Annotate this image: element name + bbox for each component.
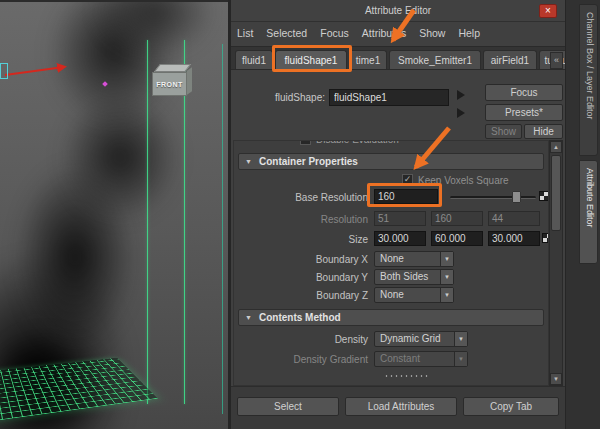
attribute-scroll-area[interactable]: Disable Evaluation ▼ Container Propertie… (233, 140, 549, 386)
view-cube-top[interactable] (154, 64, 191, 72)
selection-marker (0, 63, 8, 79)
map-texture-icon[interactable] (539, 191, 549, 201)
load-attributes-button[interactable]: Load Attributes (345, 397, 457, 416)
tab-smoke-emitter1[interactable]: Smoke_Emitter1 (389, 50, 481, 70)
resolution-x-field: 51 (374, 211, 426, 226)
viewport[interactable]: FRONT (0, 0, 228, 429)
panel-footer: Select Load Attributes Copy Tab (231, 386, 565, 429)
density-gradient-dropdown: Constant ▼ (374, 351, 468, 367)
tab-fluid1[interactable]: fluid1 (235, 50, 273, 70)
boundary-z-label: Boundary Z (234, 290, 368, 301)
density-gradient-label: Density Gradient (234, 354, 368, 365)
close-icon[interactable]: × (539, 4, 557, 18)
resolution-label: Resolution (234, 214, 368, 225)
base-resolution-label: Base Resolution (234, 192, 368, 203)
maya-window: FRONT Attribute Editor × List Selected F… (0, 0, 600, 429)
section-container-properties[interactable]: ▼ Container Properties (238, 153, 544, 170)
chevron-down-icon: ▼ (454, 332, 467, 346)
fluid-container-edge (222, 44, 223, 414)
size-z-input[interactable] (488, 231, 540, 246)
panel-title: Attribute Editor (231, 5, 565, 16)
size-label: Size (234, 234, 368, 245)
chevron-down-icon: ▼ (440, 270, 453, 284)
menu-list[interactable]: List (237, 27, 253, 39)
menu-help[interactable]: Help (458, 27, 480, 39)
node-type-label: fluidShape: (239, 92, 325, 103)
copy-tab-button[interactable]: Copy Tab (463, 397, 559, 416)
tab-overflow-icon[interactable]: « (550, 52, 563, 69)
size-x-input[interactable] (374, 231, 426, 246)
view-cube-front[interactable]: FRONT (152, 72, 187, 96)
node-tabstrip: fluid1 fluidShape1 time1 Smoke_Emitter1 … (231, 46, 565, 70)
tab-airfield1[interactable]: airField1 (483, 50, 537, 70)
boundary-y-label: Boundary Y (234, 272, 368, 283)
node-future-icon[interactable] (457, 108, 465, 118)
chevron-down-icon: ▼ (245, 154, 252, 169)
select-button[interactable]: Select (237, 397, 339, 416)
scrollbar-thumb[interactable] (551, 155, 561, 231)
map-texture-icon[interactable] (542, 233, 549, 243)
resolution-y-field: 160 (431, 211, 483, 226)
base-resolution-slider-handle[interactable] (512, 191, 521, 203)
fluid-container-edge (147, 40, 148, 404)
hide-button[interactable]: Hide (524, 124, 563, 139)
menu-show[interactable]: Show (419, 27, 445, 39)
boundary-x-label: Boundary X (234, 254, 368, 265)
chevron-down-icon: ▼ (245, 310, 252, 325)
boundary-x-dropdown[interactable]: None ▼ (374, 251, 454, 267)
density-dropdown[interactable]: Dynamic Grid ▼ (374, 331, 468, 347)
chevron-down-icon: ▼ (440, 252, 453, 266)
resolution-z-field: 44 (488, 211, 540, 226)
tab-fluidshape1[interactable]: fluidShape1 (275, 50, 347, 70)
menu-focus[interactable]: Focus (320, 27, 349, 39)
chevron-down-icon: ▼ (454, 352, 467, 366)
show-button[interactable]: Show (485, 124, 522, 139)
focus-button[interactable]: Focus (485, 84, 563, 101)
node-history-icon[interactable] (457, 90, 465, 100)
clipped-row: Disable Evaluation (234, 141, 548, 149)
dock-tab-channel-box[interactable]: Channel Box / Layer Editor (579, 4, 598, 156)
scroll-grip[interactable] (384, 374, 428, 379)
scroll-up-icon[interactable]: ▲ (550, 141, 562, 153)
menu-attributes[interactable]: Attributes (362, 27, 406, 39)
chevron-down-icon: ▼ (440, 288, 453, 302)
section-contents-method[interactable]: ▼ Contents Method (238, 309, 544, 326)
boundary-z-dropdown[interactable]: None ▼ (374, 287, 454, 303)
view-cube-side[interactable] (187, 67, 192, 95)
dock-tab-attribute-editor[interactable]: Attribute Editor (579, 160, 598, 264)
size-y-input[interactable] (431, 231, 483, 246)
density-label: Density (234, 334, 368, 345)
keep-voxels-square-label: Keep Voxels Square (418, 175, 509, 186)
base-resolution-slider[interactable] (450, 196, 536, 199)
keep-voxels-square-checkbox[interactable]: ✓ (402, 174, 413, 185)
attribute-editor-panel: Attribute Editor × List Selected Focus A… (231, 0, 565, 429)
menubar: List Selected Focus Attributes Show Help (231, 22, 565, 44)
disable-evaluation-label: Disable Evaluation (316, 141, 399, 145)
disable-evaluation-checkbox[interactable] (300, 141, 311, 145)
panel-titlebar[interactable]: Attribute Editor × (231, 0, 565, 22)
presets-button[interactable]: Presets* (485, 104, 563, 121)
view-cube[interactable]: FRONT (152, 64, 192, 98)
menu-selected[interactable]: Selected (266, 27, 307, 39)
dock-strip: Channel Box / Layer Editor Attribute Edi… (565, 0, 600, 429)
vertical-scrollbar[interactable]: ▲ ▼ (549, 140, 563, 386)
boundary-y-dropdown[interactable]: Both Sides ▼ (374, 269, 454, 285)
base-resolution-input[interactable] (374, 189, 438, 204)
tab-time1[interactable]: time1 (349, 50, 387, 70)
node-name-input[interactable] (329, 89, 449, 106)
scroll-down-icon[interactable]: ▼ (550, 373, 562, 385)
